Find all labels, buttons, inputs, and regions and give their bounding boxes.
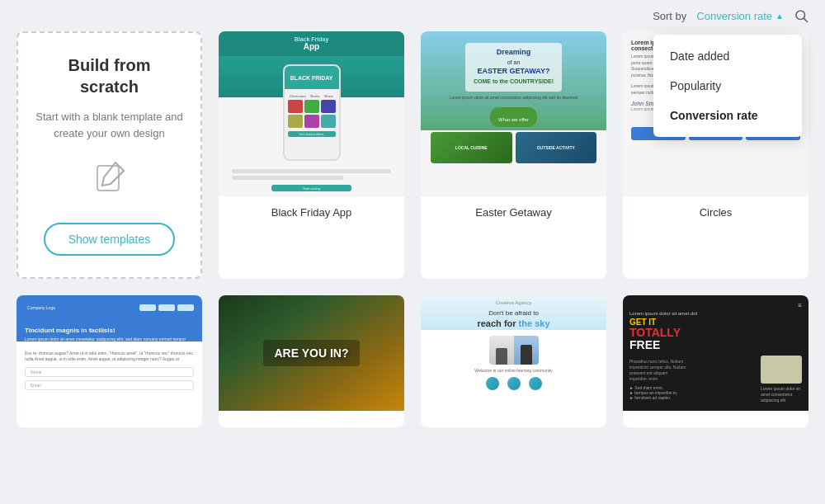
sort-arrow-icon: ▲ <box>776 12 784 21</box>
tincidunt-preview: Company Logo Tincidunt magnis in facilis… <box>16 295 202 411</box>
sort-dropdown: Date added Popularity Conversion rate <box>653 35 802 137</box>
dropdown-item-conversion-rate[interactable]: Conversion rate <box>653 101 802 130</box>
black-friday-label: Black Friday App <box>219 196 404 228</box>
sort-by-label: Sort by <box>653 10 686 22</box>
svg-line-1 <box>804 18 807 21</box>
circles-label: Circles <box>623 196 808 228</box>
svg-line-3 <box>111 171 124 184</box>
scratch-card[interactable]: Build fromscratch Start with a blank tem… <box>16 31 202 279</box>
sky-preview: Creative Agency Don't be afraid toreach … <box>421 295 606 411</box>
top-bar: Sort by Conversion rate ▲ <box>0 0 825 31</box>
free-preview: ≡ Lorem ipsum dolor sit amet dol GET IT … <box>623 295 808 411</box>
template-card-free[interactable]: ≡ Lorem ipsum dolor sit amet dol GET IT … <box>623 295 808 427</box>
template-card-easter-getaway[interactable]: Dreamingof anEASTER GETAWAY?COME to the … <box>421 31 606 279</box>
template-card-tincidunt[interactable]: Company Logo Tincidunt magnis in facilis… <box>16 295 202 427</box>
template-card-black-friday[interactable]: Black Friday App BLACK FRIDAY Electronic… <box>219 31 404 279</box>
sort-by-button[interactable]: Conversion rate ▲ <box>696 10 784 22</box>
edit-icon <box>92 161 127 203</box>
dropdown-item-popularity[interactable]: Popularity <box>653 71 802 101</box>
easter-preview: Dreamingof anEASTER GETAWAY?COME to the … <box>421 31 606 196</box>
fox-preview: ARE YOU IN? <box>219 295 404 411</box>
black-friday-preview: Black Friday App BLACK FRIDAY Electronic… <box>219 31 404 196</box>
template-card-fox[interactable]: ARE YOU IN? <box>219 295 404 427</box>
easter-getaway-label: Easter Getaway <box>421 196 606 228</box>
template-card-sky[interactable]: Creative Agency Don't be afraid toreach … <box>421 295 606 427</box>
template-grid-row2: Company Logo Tincidunt magnis in facilis… <box>0 295 825 444</box>
dropdown-item-date-added[interactable]: Date added <box>653 41 802 71</box>
scratch-title: Build fromscratch <box>68 54 151 97</box>
search-button[interactable] <box>794 8 808 23</box>
scratch-desc: Start with a blank template and create y… <box>35 109 184 141</box>
sort-value-label: Conversion rate <box>696 10 772 22</box>
show-templates-button[interactable]: Show templates <box>44 223 176 256</box>
search-icon <box>794 8 808 23</box>
